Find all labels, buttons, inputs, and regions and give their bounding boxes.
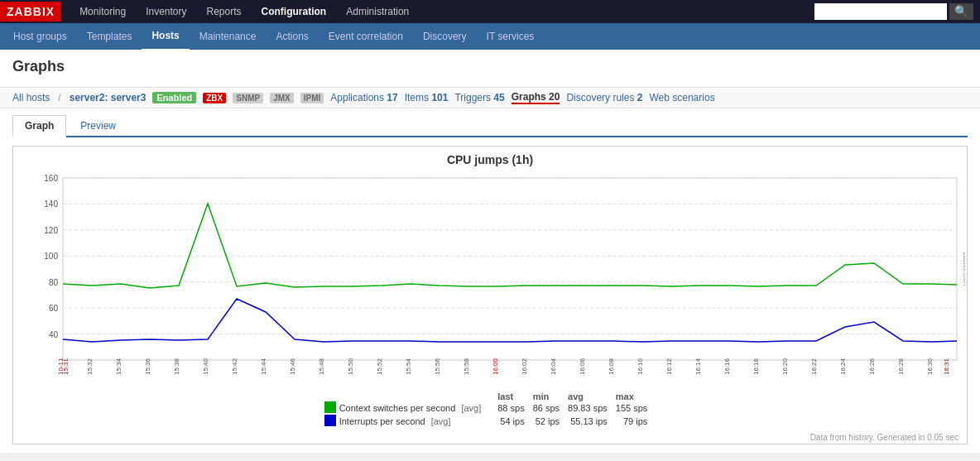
svg-text:15:38: 15:38 [173,358,180,375]
tab-preview[interactable]: Preview [68,115,128,136]
svg-text:15:56: 15:56 [434,358,441,375]
svg-text:15:48: 15:48 [318,358,325,375]
chart-wrapper: 160 140 120 100 80 60 40 [13,170,967,385]
svg-text:15:52: 15:52 [376,358,383,375]
svg-text:16:06: 16:06 [579,358,586,375]
host-nav-discovery[interactable]: Discovery rules 2 [566,92,642,103]
sec-nav-templates[interactable]: Templates [77,23,142,50]
svg-text:15:34: 15:34 [115,358,122,375]
legend-col-avg: avg [568,391,616,401]
legend-min-green: 86 sps [533,401,568,415]
legend-min-blue: 52 ips [533,415,568,428]
nav-administration[interactable]: Administration [336,0,419,23]
legend-col-max: max [616,391,656,401]
nav-inventory[interactable]: Inventory [136,0,196,23]
status-badge-enabled: Enabled [152,92,196,103]
graph-area: CPU jumps (1h) 160 [0,137,980,453]
svg-text:16:12: 16:12 [665,358,673,375]
svg-text:16:08: 16:08 [608,358,615,375]
svg-text:15:42: 15:42 [231,358,238,375]
host-nav-web-scenarios[interactable]: Web scenarios [649,92,714,103]
legend-max-blue: 79 ips [616,415,656,428]
legend-label-interrupts: Interrupts per second [avg] [339,415,498,428]
sec-nav-it-services[interactable]: IT services [477,23,545,50]
svg-text:16:30: 16:30 [926,358,934,375]
tab-graph[interactable]: Graph [12,115,66,137]
nav-reports[interactable]: Reports [197,0,252,23]
graph-title: CPU jumps (1h) [13,146,967,170]
host-nav-triggers[interactable]: Triggers 45 [454,92,504,103]
svg-text:16:31: 16:31 [943,358,950,375]
legend-max-green: 155 sps [616,401,656,415]
legend-col-last: last [497,391,532,401]
host-nav-items[interactable]: Items 101 [405,92,449,103]
sec-nav-actions[interactable]: Actions [266,23,318,50]
legend-label-context: Context switches per second [avg] [339,401,498,415]
svg-text:16:26: 16:26 [868,358,876,375]
svg-text:16:14: 16:14 [694,358,702,375]
svg-text:15:58: 15:58 [463,358,470,375]
legend-row-green: Context switches per second [avg] 88 sps… [324,401,656,415]
legend-avg-green: 89.83 sps [568,401,616,415]
svg-text:15:50: 15:50 [347,358,354,375]
svg-text:15:46: 15:46 [289,358,296,375]
svg-text:16:18: 16:18 [752,358,760,375]
svg-text:16:24: 16:24 [839,358,847,375]
graph-legend: last min avg max Context switches per se… [13,385,967,431]
search-button[interactable]: 🔍 [949,3,973,20]
sec-nav-hosts[interactable]: Hosts [142,22,189,50]
svg-text:60: 60 [49,304,59,313]
svg-text:16:10: 16:10 [637,358,644,375]
svg-text:40: 40 [49,330,59,339]
badge-zbx: ZBX [203,93,226,103]
legend-color-blue [324,415,336,426]
page-title: Graphs [12,58,968,75]
badge-ipmi: IPMI [300,93,324,103]
svg-text:15:44: 15:44 [260,358,267,375]
legend-avg-blue: 55.13 ips [568,415,616,428]
sec-nav-discovery[interactable]: Discovery [413,23,477,50]
footer-info: Data from history. Generated in 0.05 sec [13,431,967,444]
svg-text:16:04: 16:04 [550,358,557,375]
svg-text:16:00: 16:00 [492,358,499,375]
search-input[interactable] [814,3,947,20]
legend-col-min: min [533,391,568,401]
secondary-navigation: Host groups Templates Hosts Maintenance … [0,23,980,50]
legend-color-green [324,401,336,413]
nav-monitoring[interactable]: Monitoring [70,0,136,23]
svg-text:15:54: 15:54 [405,358,412,375]
svg-text:15:32: 15:32 [86,358,94,375]
svg-text:100: 100 [44,252,58,261]
svg-text:80: 80 [49,278,59,287]
page-content: Graphs All hosts / server2: server3 Enab… [0,50,980,453]
sec-nav-event-correlation[interactable]: Event correlation [319,23,413,50]
svg-text:140: 140 [44,199,58,209]
badge-jmx: JMX [270,93,294,103]
sec-nav-host-groups[interactable]: Host groups [3,23,77,50]
logo: ZABBIX [0,2,61,22]
legend-last-blue: 54 ips [497,415,532,428]
svg-text:16:16: 16:16 [723,358,731,375]
tabs: Graph Preview [12,108,968,137]
badge-snmp: SNMP [233,93,263,103]
legend-row-blue: Interrupts per second [avg] 54 ips 52 ip… [324,415,656,428]
svg-text:15:40: 15:40 [202,358,209,375]
host-bar: All hosts / server2: server3 Enabled ZBX… [0,87,980,108]
svg-text:16:20: 16:20 [781,358,789,375]
host-nav-graphs[interactable]: Graphs 20 [512,91,560,104]
page-header: Graphs [0,50,980,87]
graph-container: CPU jumps (1h) 160 [12,146,968,444]
svg-text:120: 120 [44,226,58,235]
svg-text:16:02: 16:02 [521,358,528,375]
breadcrumb-all-hosts[interactable]: All hosts [12,92,50,103]
svg-rect-0 [63,178,957,360]
svg-text:15:31: 15:31 [62,358,70,375]
svg-text:16:28: 16:28 [897,358,905,375]
svg-text:15:36: 15:36 [144,358,151,375]
legend-last-green: 88 sps [497,401,532,415]
host-name: server2: server3 [70,92,147,103]
nav-configuration[interactable]: Configuration [252,0,337,23]
svg-text:160: 160 [44,174,58,183]
sec-nav-maintenance[interactable]: Maintenance [190,23,267,50]
host-nav-applications[interactable]: Applications 17 [330,92,397,103]
